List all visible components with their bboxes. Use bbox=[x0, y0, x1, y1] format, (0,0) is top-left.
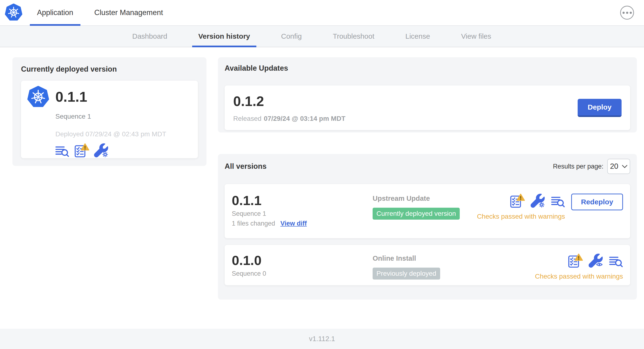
all-versions-title: All versions bbox=[224, 162, 266, 171]
deployed-timestamp: Deployed 07/29/24 @ 02:43 pm MDT bbox=[56, 130, 166, 138]
tab-version-history[interactable]: Version history bbox=[192, 26, 256, 47]
view-files-icon[interactable] bbox=[56, 145, 69, 158]
redeploy-button[interactable]: Redeploy bbox=[571, 194, 623, 210]
currently-deployed-badge: Currently deployed version bbox=[372, 208, 460, 220]
currently-deployed-card: 0.1.1 Sequence 1 Deployed 07/29/24 @ 02:… bbox=[21, 81, 198, 158]
deployed-version-number: 0.1.1 bbox=[56, 86, 166, 108]
chevron-down-icon bbox=[622, 165, 627, 168]
all-versions-panel: All versions Results per page: 20 0.1.1 … bbox=[218, 154, 637, 300]
app-icon bbox=[27, 86, 49, 108]
edit-config-icon[interactable] bbox=[530, 194, 546, 208]
ellipsis-icon bbox=[622, 12, 625, 14]
currently-deployed-title: Currently deployed version bbox=[21, 65, 198, 74]
deploy-button[interactable]: Deploy bbox=[578, 99, 622, 117]
topnav-tab-application-label: Application bbox=[37, 8, 73, 17]
preflight-checks-warning-icon[interactable] bbox=[74, 143, 89, 158]
tab-view-files[interactable]: View files bbox=[455, 26, 498, 47]
view-config-icon[interactable] bbox=[588, 254, 604, 268]
previously-deployed-badge: Previously deployed bbox=[372, 268, 440, 280]
version-source-label: Upstream Update bbox=[372, 194, 477, 202]
results-per-page-select[interactable]: 20 bbox=[607, 159, 630, 174]
currently-deployed-panel: Currently deployed version 0.1.1 Sequenc… bbox=[12, 57, 206, 166]
available-update-card: 0.1.2 Released07/29/24 @ 03:14 pm MDT De… bbox=[224, 86, 630, 130]
tab-license[interactable]: License bbox=[399, 26, 436, 47]
view-files-icon[interactable] bbox=[609, 256, 623, 268]
tab-troubleshoot[interactable]: Troubleshoot bbox=[326, 26, 380, 47]
view-diff-link[interactable]: View diff bbox=[280, 220, 307, 227]
topnav-tab-cluster-management[interactable]: Cluster Management bbox=[87, 0, 170, 25]
available-updates-title: Available Updates bbox=[224, 64, 630, 72]
tab-config[interactable]: Config bbox=[275, 26, 308, 47]
preflight-status-text: Checks passed with warnings bbox=[477, 213, 565, 220]
topnav-tab-application[interactable]: Application bbox=[30, 0, 80, 25]
view-files-icon[interactable] bbox=[551, 196, 565, 208]
preflight-checks-warning-icon[interactable] bbox=[510, 194, 525, 208]
available-updates-panel: Available Updates 0.1.2 Released07/29/24… bbox=[218, 57, 637, 132]
preflight-status-text: Checks passed with warnings bbox=[535, 272, 623, 280]
version-source-label: Online Install bbox=[372, 254, 535, 262]
top-bar: Application Cluster Management bbox=[0, 0, 644, 26]
edit-config-icon[interactable] bbox=[94, 143, 109, 158]
preflight-checks-warning-icon[interactable] bbox=[568, 254, 583, 268]
console-version: v1.112.1 bbox=[309, 335, 335, 343]
console-footer: v1.112.1 bbox=[0, 329, 644, 349]
row-sequence: Sequence 1 bbox=[232, 210, 372, 218]
kubernetes-logo bbox=[5, 4, 22, 21]
row-sequence: Sequence 0 bbox=[232, 270, 372, 278]
update-version-number: 0.1.2 bbox=[233, 93, 346, 109]
app-sub-nav: Dashboard Version history Config Trouble… bbox=[0, 26, 644, 47]
update-released-line: Released07/29/24 @ 03:14 pm MDT bbox=[233, 115, 346, 122]
version-row: 0.1.0 Sequence 0 Online Install Previous… bbox=[224, 245, 630, 285]
update-released-timestamp: 07/29/24 @ 03:14 pm MDT bbox=[264, 115, 346, 122]
tab-dashboard[interactable]: Dashboard bbox=[126, 26, 174, 47]
files-changed-label: 1 files changed bbox=[232, 220, 275, 227]
results-per-page-label: Results per page: bbox=[553, 163, 604, 170]
deployed-sequence: Sequence 1 bbox=[56, 113, 166, 120]
topnav-tab-cluster-management-label: Cluster Management bbox=[94, 8, 163, 17]
overflow-menu-button[interactable] bbox=[620, 6, 634, 20]
version-row: 0.1.1 Sequence 1 1 files changed View di… bbox=[224, 184, 630, 238]
row-version-number: 0.1.0 bbox=[232, 254, 372, 267]
row-version-number: 0.1.1 bbox=[232, 194, 372, 207]
